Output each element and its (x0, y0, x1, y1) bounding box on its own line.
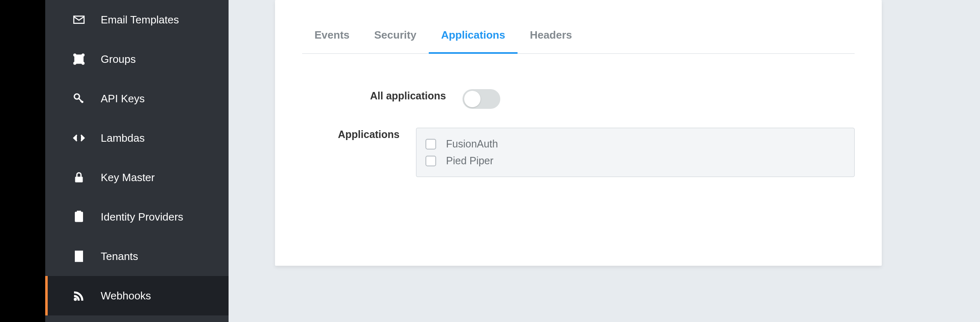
control-all-applications (462, 89, 500, 109)
id-card-icon (72, 210, 86, 224)
applications-list: FusionAuth Pied Piper (416, 128, 855, 177)
checkbox[interactable] (425, 156, 436, 166)
application-option[interactable]: Pied Piper (425, 152, 845, 169)
main-content: Events Security Applications Headers All… (229, 0, 980, 322)
label-all-applications: All applications (302, 89, 462, 102)
application-name: Pied Piper (446, 155, 493, 167)
sidebar-item-groups[interactable]: Groups (45, 39, 229, 79)
sidebar-item-api-keys[interactable]: API Keys (45, 79, 229, 118)
svg-point-1 (74, 54, 76, 56)
row-all-applications: All applications (302, 89, 855, 109)
svg-point-12 (74, 298, 76, 301)
svg-rect-9 (77, 211, 81, 213)
sidebar-item-label: Lambdas (101, 132, 145, 145)
tab-bar: Events Security Applications Headers (302, 0, 855, 54)
label-applications: Applications (302, 128, 416, 140)
toggle-knob (464, 91, 481, 107)
sidebar: Email Templates Groups API Keys Lambdas … (45, 0, 229, 322)
sidebar-item-webhooks[interactable]: Webhooks (45, 276, 229, 315)
tab-label: Events (314, 29, 349, 41)
svg-rect-7 (75, 177, 83, 182)
svg-rect-11 (75, 251, 83, 262)
svg-point-3 (74, 62, 76, 64)
sidebar-item-label: Email Templates (101, 14, 179, 26)
key-icon (72, 92, 86, 106)
svg-point-2 (82, 54, 84, 56)
sidebar-item-label: Identity Providers (101, 211, 183, 223)
sidebar-item-label: Key Master (101, 171, 155, 184)
tab-label: Applications (441, 29, 505, 41)
svg-point-4 (82, 62, 84, 64)
code-icon (72, 131, 86, 145)
sidebar-item-label: Groups (101, 53, 136, 66)
svg-rect-5 (77, 57, 81, 61)
sidebar-item-identity-providers[interactable]: Identity Providers (45, 197, 229, 237)
toggle-all-applications[interactable] (462, 89, 500, 109)
application-option[interactable]: FusionAuth (425, 136, 845, 152)
building-icon (72, 249, 86, 263)
sidebar-item-lambdas[interactable]: Lambdas (45, 118, 229, 158)
control-applications: FusionAuth Pied Piper (416, 128, 855, 177)
row-applications: Applications FusionAuth Pied Piper (302, 128, 855, 177)
envelope-icon (72, 13, 86, 27)
applications-form: All applications Applications Fusion (302, 54, 855, 177)
group-icon (72, 52, 86, 66)
checkbox[interactable] (425, 139, 436, 150)
sidebar-item-label: Tenants (101, 250, 138, 263)
tab-applications[interactable]: Applications (429, 29, 518, 54)
tab-security[interactable]: Security (362, 29, 429, 54)
svg-point-10 (78, 215, 80, 218)
tab-events[interactable]: Events (302, 29, 362, 54)
settings-card: Events Security Applications Headers All… (275, 0, 882, 266)
lock-icon (72, 170, 86, 184)
sidebar-item-label: Webhooks (101, 290, 151, 302)
tab-label: Security (374, 29, 416, 41)
rss-icon (72, 289, 86, 303)
sidebar-item-email-templates[interactable]: Email Templates (45, 0, 229, 39)
application-name: FusionAuth (446, 138, 498, 150)
app-container: Email Templates Groups API Keys Lambdas … (45, 0, 980, 322)
tab-label: Headers (530, 29, 572, 41)
sidebar-item-key-master[interactable]: Key Master (45, 158, 229, 197)
sidebar-item-label: API Keys (101, 92, 145, 105)
tab-headers[interactable]: Headers (518, 29, 585, 54)
sidebar-item-tenants[interactable]: Tenants (45, 237, 229, 276)
